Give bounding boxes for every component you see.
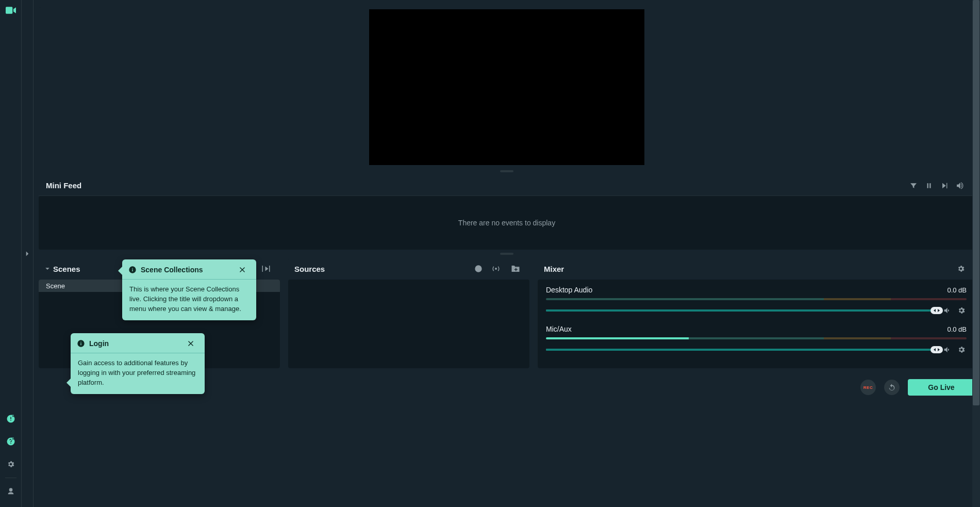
- sources-title: Sources: [294, 265, 325, 273]
- track-settings-icon[interactable]: [956, 345, 967, 355]
- info-icon: [128, 266, 137, 274]
- sidebar-rail: [0, 0, 22, 507]
- mixer-track: Mic/Aux 0.0 dB: [546, 325, 967, 355]
- close-icon[interactable]: [239, 266, 250, 273]
- tooltip-title: Scene Collections: [141, 265, 203, 275]
- mixer-title: Mixer: [544, 265, 564, 273]
- go-live-button[interactable]: Go Live: [908, 379, 975, 396]
- track-volume-icon[interactable]: [942, 305, 952, 316]
- scenes-chevron-icon[interactable]: [45, 266, 50, 271]
- sidebar-divider: [5, 478, 16, 478]
- scenes-title[interactable]: Scenes: [53, 265, 80, 273]
- scene-item-label: Scene: [46, 282, 65, 290]
- resize-handle-bottom[interactable]: [34, 250, 980, 258]
- track-volume-icon[interactable]: [942, 345, 952, 355]
- audio-meter: [546, 337, 967, 339]
- expand-live-dock-button[interactable]: [22, 0, 34, 507]
- track-name: Mic/Aux: [546, 325, 572, 333]
- mini-feed-title: Mini Feed: [46, 181, 81, 190]
- scene-collections-tooltip: Scene Collections This is where your Sce…: [122, 259, 256, 320]
- help-info-icon[interactable]: [0, 430, 22, 453]
- sources-panel: Sources: [288, 258, 529, 368]
- undo-button[interactable]: [884, 380, 900, 395]
- scrollbar-track[interactable]: [972, 0, 980, 507]
- volume-slider[interactable]: [546, 349, 937, 351]
- mixer-settings-icon[interactable]: [953, 261, 969, 276]
- preview-panel: [39, 7, 975, 167]
- add-folder-icon[interactable]: [508, 261, 523, 276]
- pause-icon[interactable]: [921, 178, 937, 193]
- resize-handle-top[interactable]: [34, 167, 980, 175]
- mini-feed-empty-text: There are no events to display: [458, 219, 555, 227]
- info-icon: [77, 339, 85, 348]
- preview-canvas[interactable]: [369, 9, 644, 165]
- skip-icon[interactable]: [937, 178, 952, 193]
- record-button[interactable]: REC: [860, 380, 876, 395]
- add-source-button[interactable]: [473, 263, 484, 274]
- settings-icon[interactable]: [0, 453, 22, 476]
- mixer-track: Desktop Audio 0.0 dB: [546, 286, 967, 316]
- editor-tab-icon[interactable]: [6, 6, 16, 14]
- mixer-panel: Mixer Desktop Audio 0.0 dB: [538, 258, 975, 368]
- source-stream-icon[interactable]: [488, 261, 504, 276]
- mini-feed-panel: Mini Feed There are no events to display: [39, 175, 975, 250]
- audio-meter: [546, 298, 967, 300]
- mini-feed-empty: There are no events to display: [39, 196, 975, 250]
- volume-slider[interactable]: [546, 309, 937, 312]
- filter-icon[interactable]: [906, 178, 921, 193]
- record-label: REC: [863, 385, 873, 390]
- track-db: 0.0 dB: [947, 325, 967, 333]
- tooltip-title: Login: [89, 338, 109, 349]
- track-db: 0.0 dB: [947, 286, 967, 294]
- sources-list: [288, 280, 529, 368]
- track-name: Desktop Audio: [546, 286, 592, 294]
- tooltip-body: Gain access to additional features by lo…: [71, 353, 205, 394]
- volume-icon[interactable]: [952, 178, 968, 193]
- user-icon[interactable]: [0, 480, 22, 503]
- help-store-icon[interactable]: [0, 407, 22, 430]
- login-tooltip: Login Gain access to additional features…: [71, 333, 205, 394]
- scene-transition-icon[interactable]: [258, 261, 274, 276]
- track-settings-icon[interactable]: [956, 305, 967, 316]
- tooltip-body: This is where your Scene Collections liv…: [122, 280, 256, 320]
- scrollbar-thumb[interactable]: [973, 0, 979, 405]
- close-icon[interactable]: [187, 340, 198, 347]
- mixer-body: Desktop Audio 0.0 dB Mic/Aux 0.0 dB: [538, 280, 975, 368]
- main-area: Mini Feed There are no events to display: [34, 0, 980, 507]
